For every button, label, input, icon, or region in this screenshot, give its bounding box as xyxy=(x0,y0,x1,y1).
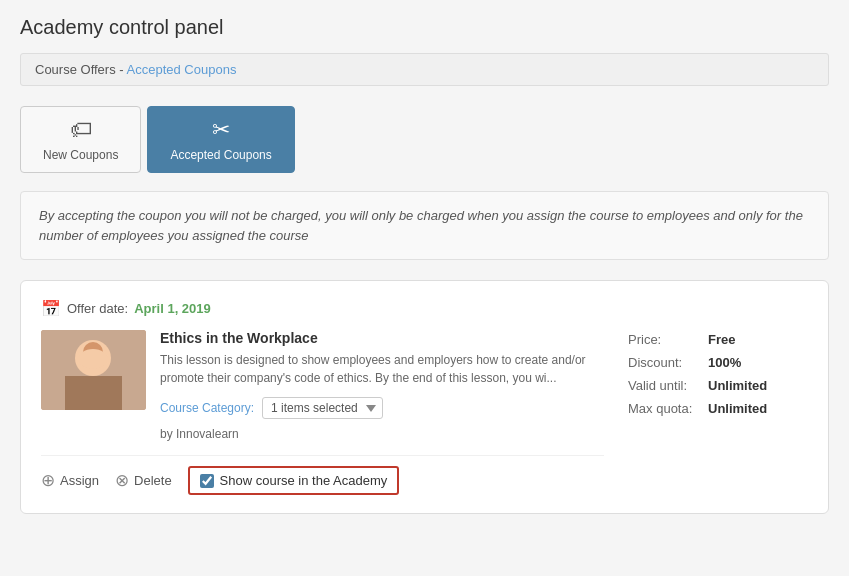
offer-body: Ethics in the Workplace This lesson is d… xyxy=(41,330,604,441)
breadcrumb-current: Accepted Coupons xyxy=(127,62,237,77)
assign-label: Assign xyxy=(60,473,99,488)
show-academy-label[interactable]: Show course in the Academy xyxy=(220,473,388,488)
offer-provider: by Innovalearn xyxy=(160,427,604,441)
delete-button[interactable]: ⊗ Delete xyxy=(115,470,172,491)
tab-new-coupons[interactable]: 🏷 New Coupons xyxy=(20,106,141,173)
delete-label: Delete xyxy=(134,473,172,488)
offer-pricing: Price: Free Discount: 100% Valid until: … xyxy=(628,330,808,495)
price-row: Price: Free xyxy=(628,332,808,347)
quota-label: Max quota: xyxy=(628,401,698,416)
course-category-label: Course Category: xyxy=(160,401,254,415)
breadcrumb: Course Offers - Accepted Coupons xyxy=(20,53,829,86)
offer-date-row: 📅 Offer date: April 1, 2019 xyxy=(41,299,808,318)
page-title: Academy control panel xyxy=(20,16,829,39)
discount-value: 100% xyxy=(708,355,741,370)
tab-accepted-coupons[interactable]: ✂ Accepted Coupons xyxy=(147,106,294,173)
price-value: Free xyxy=(708,332,735,347)
calendar-icon: 📅 xyxy=(41,299,61,318)
info-box-text: By accepting the coupon you will not be … xyxy=(39,208,803,243)
offer-title: Ethics in the Workplace xyxy=(160,330,604,346)
offer-actions: ⊕ Assign ⊗ Delete Show course in the Aca… xyxy=(41,455,604,495)
tab-accepted-coupons-label: Accepted Coupons xyxy=(170,148,271,162)
offer-image xyxy=(41,330,146,410)
price-label: Price: xyxy=(628,332,698,347)
offer-main-row: Ethics in the Workplace This lesson is d… xyxy=(41,330,808,495)
offer-card: 📅 Offer date: April 1, 2019 Ethics xyxy=(20,280,829,514)
offer-info: Ethics in the Workplace This lesson is d… xyxy=(160,330,604,441)
offer-date-label: Offer date: xyxy=(67,301,128,316)
quota-value: Unlimited xyxy=(708,401,767,416)
valid-label: Valid until: xyxy=(628,378,698,393)
svg-point-5 xyxy=(78,349,108,369)
discount-row: Discount: 100% xyxy=(628,355,808,370)
valid-row: Valid until: Unlimited xyxy=(628,378,808,393)
offer-date-value: April 1, 2019 xyxy=(134,301,211,316)
info-box: By accepting the coupon you will not be … xyxy=(20,191,829,260)
breadcrumb-separator: - xyxy=(116,62,127,77)
svg-rect-2 xyxy=(65,376,122,410)
tab-new-coupons-label: New Coupons xyxy=(43,148,118,162)
accepted-coupons-icon: ✂ xyxy=(212,117,230,143)
show-academy-checkbox[interactable] xyxy=(200,474,214,488)
tab-area: 🏷 New Coupons ✂ Accepted Coupons xyxy=(20,106,829,173)
show-academy-wrapper[interactable]: Show course in the Academy xyxy=(188,466,400,495)
quota-row: Max quota: Unlimited xyxy=(628,401,808,416)
assign-button[interactable]: ⊕ Assign xyxy=(41,470,99,491)
offer-left: Ethics in the Workplace This lesson is d… xyxy=(41,330,604,495)
course-category-row: Course Category: 1 items selected xyxy=(160,397,604,419)
discount-label: Discount: xyxy=(628,355,698,370)
delete-icon: ⊗ xyxy=(115,470,129,491)
new-coupons-icon: 🏷 xyxy=(70,117,92,143)
breadcrumb-parent: Course Offers xyxy=(35,62,116,77)
offer-desc: This lesson is designed to show employee… xyxy=(160,351,604,387)
valid-value: Unlimited xyxy=(708,378,767,393)
assign-icon: ⊕ xyxy=(41,470,55,491)
course-category-select[interactable]: 1 items selected xyxy=(262,397,383,419)
